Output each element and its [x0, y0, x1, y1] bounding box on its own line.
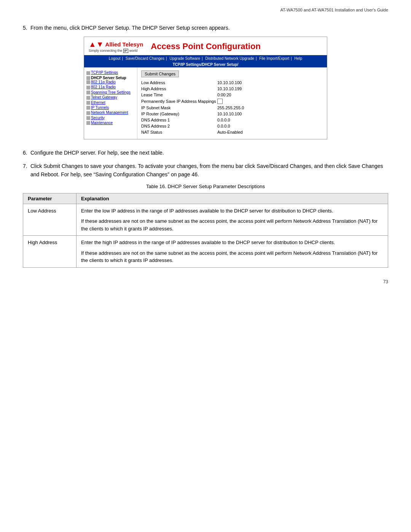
- field-value-high-address: 10.10.10.199: [217, 86, 242, 91]
- perm-save-checkbox[interactable]: [217, 99, 223, 104]
- nav-upgrade-software[interactable]: Upgrade Software: [169, 56, 200, 61]
- explanation-high-p1: Enter the high IP address in the range o…: [81, 239, 383, 246]
- field-ip-router: IP Router (Gateway) 10.10.10.100: [141, 112, 323, 116]
- table-cell-parameter-low: Low Address: [23, 204, 76, 236]
- submit-changes-button-area: Submit Changes: [141, 70, 323, 80]
- field-low-address: Low Address 10.10.10.100: [141, 80, 323, 85]
- table-caption: Table 16. DHCP Server Setup Parameter De…: [23, 184, 388, 189]
- ethernet-icon: [86, 101, 90, 105]
- field-nat-status: NAT Status Auto-Enabled: [141, 130, 323, 134]
- table-row: High Address Enter the high IP address i…: [23, 236, 388, 268]
- iptunnels-icon: [86, 106, 90, 110]
- param-table: Parameter Explanation Low Address Enter …: [23, 193, 388, 268]
- field-value-dns2: 0.0.0.0: [217, 124, 230, 128]
- radio-a-icon: [86, 86, 90, 89]
- nav-save-discard[interactable]: Save/Discard Changes: [126, 56, 164, 61]
- at-logo-area: ▲▼ Allied Telesyn Simply connecting the …: [89, 40, 143, 53]
- field-label-low-address: Low Address: [141, 80, 217, 85]
- telnet-icon: [86, 96, 90, 100]
- nav-logout[interactable]: Logout: [109, 56, 121, 61]
- dhcp-icon: [86, 76, 90, 80]
- at-header: ▲▼ Allied Telesyn Simply connecting the …: [84, 37, 327, 55]
- sidebar-item-iptunnels[interactable]: IP Tunnels: [86, 105, 135, 110]
- sidebar-item-telnet[interactable]: Telnet Gateway: [86, 95, 135, 99]
- nav-distributed[interactable]: Distributed Network Upgrade: [205, 56, 254, 61]
- field-lease-time: Lease Time 0:00:20: [141, 93, 323, 97]
- nav-help[interactable]: Help: [295, 56, 303, 61]
- radio-g-icon: [86, 80, 90, 84]
- sidebar-item-spanning[interactable]: Spanning Tree Settings: [86, 90, 135, 94]
- at-title: Access Point Configuration: [151, 42, 260, 51]
- step-6: 6. Configure the DHCP server. For help, …: [23, 149, 388, 157]
- field-label-dns1: DNS Address 1: [141, 118, 217, 122]
- field-value-dns1: 0.0.0.0: [217, 118, 230, 122]
- header-title: AT-WA7500 and AT-WA7501 Installation and…: [280, 8, 388, 12]
- field-label-dns2: DNS Address 2: [141, 124, 217, 128]
- sidebar-item-dhcp: DHCP Server Setup: [86, 76, 126, 80]
- table-cell-explanation-high: Enter the high IP address in the range o…: [76, 236, 388, 268]
- sidebar-item-80211a[interactable]: 802.11a Radio: [86, 85, 135, 89]
- field-value-low-address: 10.10.10.100: [217, 80, 242, 85]
- field-value-nat-status: Auto-Enabled: [217, 130, 243, 134]
- field-dns1: DNS Address 1 0.0.0.0: [141, 118, 323, 122]
- sidebar-item-tcpip[interactable]: TCP/IP Settings: [86, 70, 135, 75]
- step-6-text: Configure the DHCP server. For help, see…: [30, 150, 164, 156]
- nav-file-import[interactable]: File Import/Export: [259, 56, 289, 61]
- sidebar-item-ethernet[interactable]: Ethernet: [86, 101, 135, 105]
- table-header-explanation: Explanation: [76, 193, 388, 204]
- table-header-parameter: Parameter: [23, 193, 76, 204]
- at-brand: Allied Telesyn: [105, 41, 143, 48]
- field-high-address: High Address 10.10.10.199: [141, 86, 323, 91]
- at-main-area: TCP/IP Settings DHCP Server Setup 802.11…: [84, 67, 327, 139]
- at-content-panel: Submit Changes Low Address 10.10.10.100 …: [137, 67, 327, 139]
- at-tagline: Simply connecting the IP world: [89, 49, 143, 53]
- at-sidebar: TCP/IP Settings DHCP Server Setup 802.11…: [84, 67, 137, 139]
- field-label-lease-time: Lease Time: [141, 93, 217, 97]
- sidebar-item-maintenance[interactable]: Maintenance: [86, 121, 135, 125]
- step-7-text: Click Submit Changes to save your change…: [30, 163, 383, 177]
- sidebar-item-security[interactable]: Security: [86, 116, 135, 120]
- tcpip-icon: [86, 71, 90, 75]
- explanation-high-p2: If these addresses are not on the same s…: [81, 249, 383, 264]
- field-value-subnet-mask: 255.255.255.0: [217, 105, 244, 110]
- submit-changes-button[interactable]: Submit Changes: [141, 70, 179, 77]
- field-label-subnet-mask: IP Subnet Mask: [141, 105, 217, 110]
- field-subnet-mask: IP Subnet Mask 255.255.255.0: [141, 105, 323, 110]
- field-label-ip-router: IP Router (Gateway): [141, 112, 217, 116]
- step-5-number: 5.: [23, 24, 27, 32]
- field-label-high-address: High Address: [141, 86, 217, 91]
- table-header-row: Parameter Explanation: [23, 193, 388, 204]
- explanation-low-p2: If these addresses are not on the same s…: [81, 217, 383, 232]
- page-number: 73: [23, 279, 388, 284]
- step-6-number: 6.: [23, 149, 27, 157]
- field-value-ip-router: 10.10.10.100: [217, 112, 242, 116]
- at-breadcrumb: TCP/IP Settings/DHCP Server Setup/: [84, 62, 327, 67]
- ip-circle: IP: [123, 49, 129, 53]
- field-label-perm-save: Permanently Save IP Address Mappings: [141, 99, 217, 104]
- explanation-low-p1: Enter the low IP address in the range of…: [81, 207, 383, 215]
- step-7-number: 7.: [23, 162, 27, 170]
- sidebar-item-80211g[interactable]: 802.11g Radio: [86, 80, 135, 84]
- screenshot-box: ▲▼ Allied Telesyn Simply connecting the …: [84, 37, 327, 139]
- sidebar-item-netmgmt[interactable]: Network Management: [86, 110, 135, 115]
- table-row: Low Address Enter the low IP address in …: [23, 204, 388, 236]
- field-value-lease-time: 0:00:20: [217, 93, 231, 97]
- spanning-icon: [86, 91, 90, 94]
- at-logo-bird-icon: ▲▼: [89, 40, 104, 49]
- field-dns2: DNS Address 2 0.0.0.0: [141, 124, 323, 128]
- step-7: 7. Click Submit Changes to save your cha…: [23, 162, 388, 179]
- page-header: AT-WA7500 and AT-WA7501 Installation and…: [23, 8, 388, 12]
- field-perm-save: Permanently Save IP Address Mappings: [141, 99, 323, 104]
- table-cell-parameter-high: High Address: [23, 236, 76, 268]
- at-logo-row: ▲▼ Allied Telesyn: [89, 40, 143, 49]
- step-5: 5. From the menu, click DHCP Server Setu…: [23, 24, 388, 32]
- security-icon: [86, 116, 90, 120]
- field-label-nat-status: NAT Status: [141, 130, 217, 134]
- table-cell-explanation-low: Enter the low IP address in the range of…: [76, 204, 388, 236]
- netmgmt-icon: [86, 111, 90, 115]
- maintenance-icon: [86, 121, 90, 125]
- step-5-text: From the menu, click DHCP Server Setup. …: [30, 25, 230, 31]
- at-navbar: Logout| Save/Discard Changes| Upgrade So…: [84, 55, 327, 62]
